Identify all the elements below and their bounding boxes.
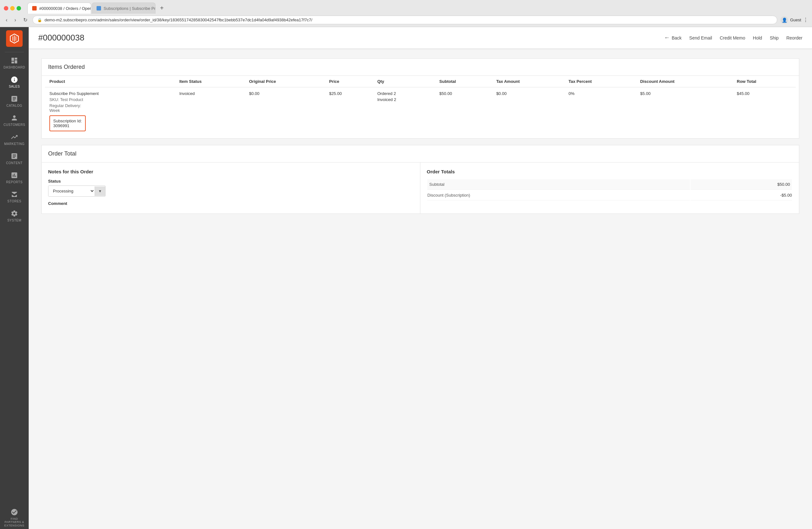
status-dropdown[interactable]: Processing ▼ <box>48 186 105 196</box>
back-button[interactable]: ← Back <box>664 34 682 41</box>
minimize-window-button[interactable] <box>10 6 15 11</box>
url-text: demo-m2.subscribepro.com/admin/sales/ord… <box>45 17 313 22</box>
status-chevron-icon: ▼ <box>95 187 105 196</box>
totals-table: Subtotal $50.00 Discount (Subscription) … <box>427 179 793 201</box>
tax-amount-cell: $0.00 <box>492 87 564 135</box>
item-status-cell: Invoiced <box>175 87 245 135</box>
col-tax-amount: Tax Amount <box>492 76 564 87</box>
browser-tabs: #000000038 / Orders / Opera... ✕ Subscri… <box>27 2 168 14</box>
send-email-button[interactable]: Send Email <box>689 35 712 41</box>
product-delivery: Regular Delivery: <box>49 103 171 108</box>
header-actions: ← Back Send Email Credit Memo Hold Ship … <box>664 34 802 41</box>
content-icon <box>11 152 18 160</box>
items-table-header: Product Item Status Original Price Price… <box>45 76 796 87</box>
sidebar-item-label-dashboard: DASHBOARD <box>3 65 25 70</box>
col-tax-percent: Tax Percent <box>564 76 636 87</box>
product-delivery-freq: Week <box>49 108 171 113</box>
sidebar-item-content[interactable]: CONTENT <box>0 149 29 168</box>
browser-tab-active[interactable]: #000000038 / Orders / Opera... ✕ <box>27 2 91 14</box>
magento-logo-icon <box>9 33 19 44</box>
col-original-price: Original Price <box>245 76 325 87</box>
sidebar-item-label-catalog: CATALOG <box>6 104 22 108</box>
stores-icon <box>11 191 18 198</box>
sidebar-item-label-system: SYSTEM <box>7 219 21 222</box>
close-window-button[interactable] <box>4 6 8 11</box>
sidebar: DASHBOARD SALES CATALOG CUSTOMERS MARKET… <box>0 27 29 529</box>
totals-label-subtotal: Subtotal <box>427 179 690 190</box>
status-select[interactable]: Processing <box>48 186 95 196</box>
tab-label-1: #000000038 / Orders / Opera... <box>39 6 91 11</box>
sidebar-item-marketing[interactable]: MARKETING <box>0 130 29 149</box>
browser-tab-inactive[interactable]: Subscriptions | Subscribe Pro... ✕ <box>92 2 156 14</box>
ship-button[interactable]: Ship <box>770 35 779 41</box>
main-content: #000000038 ← Back Send Email Credit Memo… <box>29 27 812 529</box>
sidebar-divider-top <box>5 52 24 52</box>
totals-label-discount: Discount (Subscription) <box>427 190 690 201</box>
original-price-cell: $0.00 <box>245 87 325 135</box>
browser-window-controls <box>4 6 21 11</box>
notes-title: Notes for this Order <box>48 169 414 174</box>
address-bar[interactable]: 🔒 demo-m2.subscribepro.com/admin/sales/o… <box>32 16 778 24</box>
sidebar-logo[interactable] <box>6 30 23 47</box>
col-price: Price <box>325 76 373 87</box>
subscription-id-value: 3096991 <box>53 123 82 128</box>
subscription-id-box: Subscription Id: 3096991 <box>49 115 86 131</box>
browser-menu-icon[interactable]: ⋮ <box>803 17 808 23</box>
system-icon <box>11 210 18 217</box>
sidebar-item-label-customers: CUSTOMERS <box>3 123 25 127</box>
sales-icon <box>11 76 18 84</box>
product-name: Subscribe Pro Supplement <box>49 91 171 96</box>
new-tab-button[interactable]: + <box>156 2 168 14</box>
ssl-icon: 🔒 <box>37 18 42 22</box>
sidebar-item-label-marketing: MARKETING <box>4 142 25 146</box>
browser-chrome: #000000038 / Orders / Opera... ✕ Subscri… <box>0 0 812 27</box>
totals-table-body: Subtotal $50.00 Discount (Subscription) … <box>427 179 792 201</box>
items-table: Product Item Status Original Price Price… <box>45 76 796 135</box>
tax-percent-cell: 0% <box>564 87 636 135</box>
app-layout: DASHBOARD SALES CATALOG CUSTOMERS MARKET… <box>0 27 812 529</box>
sidebar-item-label-content: CONTENT <box>6 161 23 165</box>
comment-label: Comment <box>48 201 414 206</box>
maximize-window-button[interactable] <box>17 6 21 11</box>
credit-memo-button[interactable]: Credit Memo <box>720 35 745 41</box>
user-avatar-icon[interactable]: 👤 <box>781 16 788 24</box>
tab-label-2: Subscriptions | Subscribe Pro... <box>104 6 156 11</box>
hold-button[interactable]: Hold <box>753 35 762 41</box>
sidebar-item-customers[interactable]: CUSTOMERS <box>0 111 29 130</box>
reload-button[interactable]: ↻ <box>21 16 29 24</box>
qty-cell: Ordered 2 Invoiced 2 <box>373 87 435 135</box>
sidebar-item-label-stores: STORES <box>7 200 21 203</box>
qty-invoiced: Invoiced 2 <box>377 97 431 102</box>
totals-value-discount: -$5.00 <box>691 190 792 201</box>
totals-value-subtotal: $50.00 <box>691 179 792 190</box>
items-ordered-title: Items Ordered <box>42 59 799 76</box>
items-ordered-section: Items Ordered Product Item Status Origin… <box>41 58 799 138</box>
sub-tab-icon <box>97 6 101 11</box>
sidebar-item-dashboard[interactable]: DASHBOARD <box>0 54 29 73</box>
status-label: Status <box>48 179 414 183</box>
sidebar-item-reports[interactable]: REPORTS <box>0 168 29 187</box>
content-area: Items Ordered Product Item Status Origin… <box>29 49 812 223</box>
back-arrow-icon: ← <box>664 34 670 41</box>
sidebar-item-catalog[interactable]: CATALOG <box>0 92 29 111</box>
reorder-button[interactable]: Reorder <box>786 35 802 41</box>
page-title: #000000038 <box>38 33 658 43</box>
marketing-icon <box>11 133 18 141</box>
sidebar-item-sales[interactable]: SALES <box>0 73 29 92</box>
items-table-body: Subscribe Pro Supplement SKU: Test Produ… <box>45 87 796 135</box>
sidebar-item-find-partners[interactable]: FIND PARTNERS & EXTENSIONS <box>0 505 29 529</box>
sidebar-item-stores[interactable]: STORES <box>0 187 29 206</box>
product-sku: SKU: Test Product <box>49 97 171 102</box>
sidebar-item-label-sales: SALES <box>9 85 20 89</box>
sidebar-item-label-find-partners: FIND PARTNERS & EXTENSIONS <box>2 517 26 527</box>
sidebar-item-system[interactable]: SYSTEM <box>0 206 29 226</box>
col-item-status: Item Status <box>175 76 245 87</box>
col-discount-amount: Discount Amount <box>636 76 732 87</box>
forward-nav-button[interactable]: › <box>12 17 18 24</box>
catalog-icon <box>11 95 18 103</box>
sidebar-item-label-reports: REPORTS <box>6 180 23 184</box>
dashboard-icon <box>11 57 18 64</box>
browser-addressbar: ‹ › ↻ 🔒 demo-m2.subscribepro.com/admin/s… <box>0 14 812 27</box>
reports-icon <box>11 172 18 179</box>
back-nav-button[interactable]: ‹ <box>4 17 9 24</box>
